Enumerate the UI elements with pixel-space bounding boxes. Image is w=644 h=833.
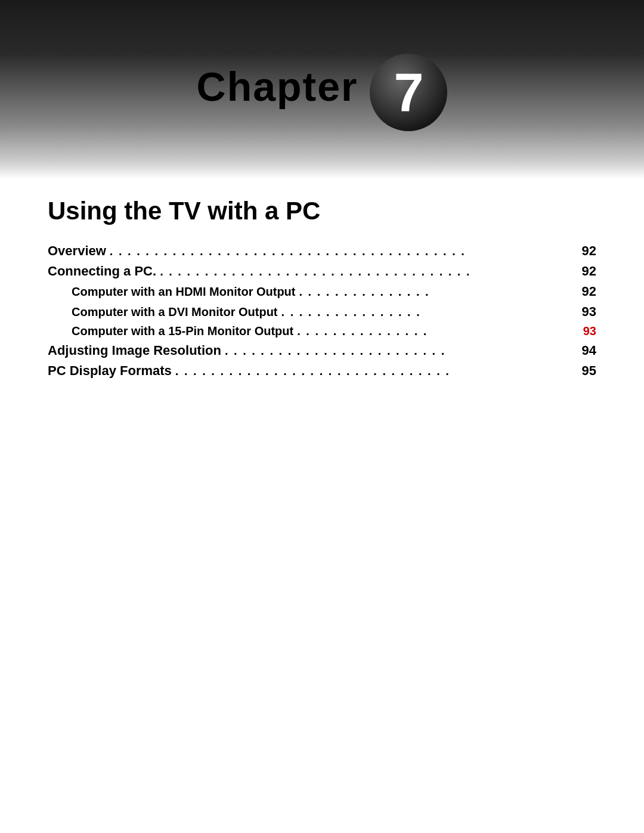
- section-title: Using the TV with a PC: [48, 197, 596, 225]
- chapter-area: Chapter 7: [0, 48, 644, 125]
- toc-row: Computer with a DVI Monitor Output . . .…: [48, 304, 596, 320]
- chapter-label: Chapter: [197, 63, 358, 110]
- toc-page: 93: [583, 324, 596, 338]
- toc-label: Adjusting Image Resolution: [48, 343, 221, 358]
- toc-dots: . . . . . . . . . . . . . . . .: [281, 305, 578, 319]
- toc-row: PC Display Formats . . . . . . . . . . .…: [48, 363, 596, 379]
- toc-row: Connecting a PC. . . . . . . . . . . . .…: [48, 264, 596, 279]
- toc-row: Overview . . . . . . . . . . . . . . . .…: [48, 243, 596, 259]
- toc-dots: . . . . . . . . . . . . . . . . . . . . …: [175, 364, 578, 378]
- toc-page: 95: [582, 363, 596, 379]
- chapter-number-circle: 7: [370, 54, 447, 131]
- toc-row: Adjusting Image Resolution . . . . . . .…: [48, 343, 596, 358]
- toc-page: 92: [582, 243, 596, 259]
- chapter-number: 7: [394, 66, 423, 119]
- toc-label: Computer with a 15-Pin Monitor Output: [48, 324, 293, 338]
- toc-page: 93: [582, 304, 596, 320]
- toc-label: Overview: [48, 243, 106, 259]
- toc-label: Connecting a PC.: [48, 264, 156, 279]
- toc-dots: . . . . . . . . . . . . . . . . . . . . …: [225, 344, 578, 358]
- toc-page: 92: [582, 284, 596, 299]
- toc-page: 94: [582, 343, 596, 358]
- toc-label: Computer with a DVI Monitor Output: [48, 305, 278, 319]
- toc-row: Computer with a 15-Pin Monitor Output . …: [48, 324, 596, 338]
- toc-label: Computer with an HDMI Monitor Output: [48, 285, 296, 299]
- toc-dots: . . . . . . . . . . . . . . .: [297, 324, 580, 338]
- toc-dots: . . . . . . . . . . . . . . . . . . . . …: [110, 244, 578, 258]
- toc-dots: . . . . . . . . . . . . . . . . . . . . …: [160, 265, 578, 278]
- toc-page: 92: [582, 264, 596, 279]
- toc-row: Computer with an HDMI Monitor Output . .…: [48, 284, 596, 299]
- toc-dots: . . . . . . . . . . . . . . .: [299, 285, 578, 299]
- toc-label: PC Display Formats: [48, 363, 172, 379]
- content-area: Using the TV with a PC Overview . . . . …: [48, 197, 596, 383]
- toc-container: Overview . . . . . . . . . . . . . . . .…: [48, 243, 596, 379]
